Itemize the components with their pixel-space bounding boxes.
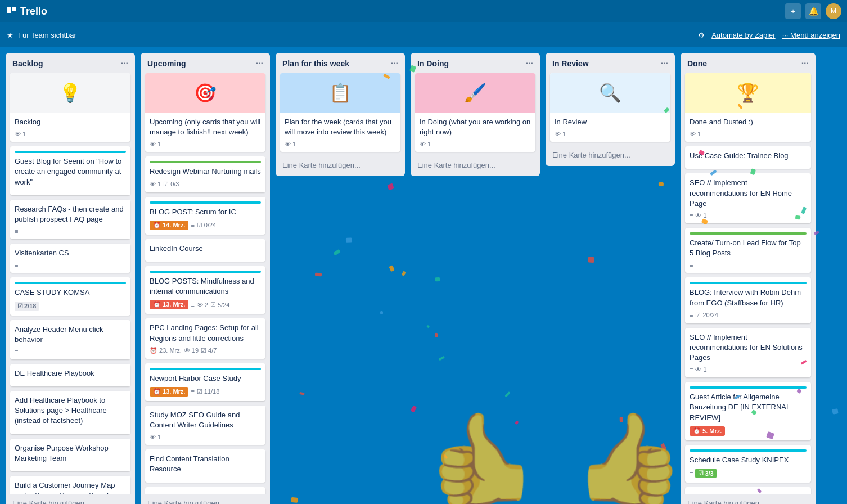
card-upcoming-8[interactable]: Find Content Translation Resource — [145, 449, 265, 482]
checklist-badge: ☑ 11/18 — [197, 388, 220, 395]
card-backlog-1[interactable]: Guest Blog for Seenit on "How to create … — [10, 146, 130, 195]
card-meta: 👁 1 — [15, 130, 126, 137]
card-upcoming-cover[interactable]: 🎯Upcoming (only cards that you will mana… — [145, 73, 265, 152]
desc-badge: ≡ — [15, 262, 18, 268]
card-doing-cover[interactable]: 🖌️In Doing (what you are working on righ… — [415, 73, 535, 152]
card-done-6[interactable]: Guest Article for Allgemeine Bauzeitung … — [685, 382, 811, 440]
column-menu-icon[interactable]: ··· — [121, 58, 128, 69]
card-color-bar — [150, 161, 261, 163]
column-cards-in-doing: 🖌️In Doing (what you are working on righ… — [411, 73, 540, 156]
card-upcoming-7[interactable]: Study MOZ SEO Guide and Content Writer G… — [145, 406, 265, 445]
card-plan-cover[interactable]: 📋Plan for the week (cards that you will … — [280, 73, 400, 152]
card-meta: 👁 1 — [420, 141, 531, 147]
card-done-8[interactable]: Summit CTA Hubspot👁 2 — [685, 487, 811, 494]
watch-badge: 👁 1 — [695, 366, 706, 373]
watch-badge: 👁 1 — [150, 181, 161, 187]
card-title: LinkedIn Course — [150, 244, 261, 254]
add-card-button-upcoming[interactable]: Eine Karte hinzufügen... — [141, 494, 270, 504]
card-title: SEO // Implement recommendations for EN … — [690, 332, 807, 363]
watch-icon: 👁 — [15, 130, 21, 137]
check-icon: ☑ — [17, 303, 23, 310]
desc-icon: ≡ — [191, 222, 194, 228]
menu-link[interactable]: ··· Menü anzeigen — [782, 31, 840, 39]
add-card-button-done[interactable]: Eine Karte hinzufügen... — [681, 494, 816, 504]
checklist-badge: ☑ 0/24 — [197, 222, 216, 229]
card-backlog-4[interactable]: CASE STUDY KOMSA☑ 2/18 — [10, 277, 130, 315]
card-backlog-9[interactable]: Build a Customer Journey Map and a Buyer… — [10, 476, 130, 494]
date-badge-red: ⏰ 13. Mrz. — [150, 300, 188, 309]
notification-bell[interactable]: 🔔 — [805, 3, 821, 19]
card-title: PPC Landing Pages: Setup for all Regions… — [150, 323, 261, 343]
card-done-4[interactable]: BLOG: Interview with Robin Dehm from EGO… — [685, 277, 811, 323]
card-review-cover[interactable]: 🔍In Review👁 1 — [550, 73, 670, 142]
card-upcoming-1[interactable]: Redesign Webinar Nurturing mails👁 1☑ 0/3 — [145, 156, 265, 192]
add-button[interactable]: + — [785, 3, 801, 19]
card-color-bar — [690, 449, 807, 452]
column-cards-in-review: 🔍In Review👁 1 — [546, 73, 675, 146]
card-done-3[interactable]: Create/ Turn-on Lead Flow for Top 5 Blog… — [685, 228, 811, 273]
card-upcoming-6[interactable]: Newport Harbor Case Study⏰ 13. Mrz.≡☑ 11… — [145, 363, 265, 401]
add-card-button-in-doing[interactable]: Eine Karte hinzufügen... — [411, 156, 540, 176]
card-upcoming-9[interactable]: Laura Jameson: Expert Interview — [145, 487, 265, 494]
date-badge-red: ⏰ 5. Mrz. — [690, 426, 725, 436]
card-done-2[interactable]: SEO // Implement recommendations for EN … — [685, 173, 811, 223]
card-title: Guest Article for Allgemeine Bauzeitung … — [690, 392, 807, 423]
card-done-cover[interactable]: 🏆Done and Dusted :)👁 1 — [685, 73, 811, 142]
watch-badge: 👁 1 — [695, 212, 706, 219]
desc-icon: ≡ — [15, 228, 18, 235]
check-done-badge: ☑ 20/24 — [695, 312, 718, 319]
card-backlog-5[interactable]: Analyze Header Menu click behavior≡ — [10, 320, 130, 359]
card-meta: ⏰ 5. Mrz. — [690, 426, 807, 436]
card-done-5[interactable]: SEO // Implement recommendations for EN … — [685, 328, 811, 378]
column-cards-backlog: 💡Backlog👁 1Guest Blog for Seenit on "How… — [6, 73, 135, 494]
card-meta: ☑ 2/18 — [15, 302, 126, 311]
card-backlog-2[interactable]: Research FAQs - then create and publish … — [10, 200, 130, 239]
card-cover-plan-cover: 📋 — [280, 73, 400, 112]
card-backlog-cover[interactable]: 💡Backlog👁 1 — [10, 73, 130, 142]
watch-icon: 👁 — [695, 212, 701, 219]
card-done-7[interactable]: Schedule Case Study KNIPEX≡☑ 3/3 — [685, 445, 811, 483]
desc-icon: ≡ — [15, 348, 18, 355]
card-backlog-3[interactable]: Visitenkarten CS≡ — [10, 244, 130, 273]
column-menu-icon[interactable]: ··· — [801, 58, 809, 69]
card-upcoming-5[interactable]: PPC Landing Pages: Setup for all Regions… — [145, 318, 265, 358]
column-menu-icon[interactable]: ··· — [526, 58, 533, 69]
automate-link[interactable]: Automate by Zapier — [711, 31, 775, 39]
column-title: Plan for this week — [282, 59, 349, 68]
column-menu-icon[interactable]: ··· — [391, 58, 398, 69]
watch-icon: 👁 — [285, 141, 291, 147]
card-upcoming-4[interactable]: BLOG POSTS: Mindfulness and internal com… — [145, 266, 265, 314]
watch-icon: 👁 — [150, 141, 156, 147]
top-bar: Trello + 🔔 M — [0, 0, 847, 22]
desc-icon: ≡ — [690, 470, 693, 477]
card-meta: ≡ — [15, 348, 126, 355]
card-done-1[interactable]: Use Case Guide: Trainee Blog — [685, 146, 811, 169]
add-card-button-plan-this-week[interactable]: Eine Karte hinzufügen... — [276, 156, 405, 176]
card-backlog-6[interactable]: DE Healthcare Playbook — [10, 364, 130, 386]
check-icon: ☑ — [695, 312, 701, 319]
date-badge: ⏰ 23. Mrz. — [150, 347, 182, 354]
avatar[interactable]: M — [826, 3, 841, 19]
column-menu-icon[interactable]: ··· — [256, 58, 263, 69]
card-title: Create/ Turn-on Lead Flow for Top 5 Blog… — [690, 238, 807, 258]
card-title: Schedule Case Study KNIPEX — [690, 455, 807, 465]
card-backlog-7[interactable]: Add Healthcare Playbook to Solutions pag… — [10, 391, 130, 434]
card-upcoming-2[interactable]: BLOG POST: Scrum for IC⏰ 14. Mrz.≡☑ 0/24 — [145, 197, 265, 235]
card-title: Visitenkarten CS — [15, 248, 126, 258]
add-card-button-backlog[interactable]: Eine Karte hinzufügen... — [6, 494, 135, 504]
card-meta: 👁 1 — [150, 141, 261, 147]
checklist-badge: ☑ 0/3 — [163, 181, 179, 188]
card-title: Plan for the week (cards that you will m… — [285, 117, 396, 137]
card-upcoming-3[interactable]: LinkedIn Course — [145, 239, 265, 262]
date-badge-orange: ⏰ 13. Mrz. — [150, 387, 188, 397]
column-menu-icon[interactable]: ··· — [661, 58, 668, 69]
check-badge: ☑ 2/18 — [15, 302, 39, 311]
card-meta: ≡👁 1 — [690, 212, 807, 219]
card-backlog-8[interactable]: Organise Purpose Workshop Marketing Team — [10, 439, 130, 471]
card-color-bar — [150, 368, 261, 370]
desc-badge: ≡ — [15, 228, 18, 235]
card-title: DE Healthcare Playbook — [15, 368, 126, 379]
date-badge-orange: ⏰ 14. Mrz. — [150, 220, 188, 230]
desc-icon: ≡ — [690, 366, 693, 373]
add-card-button-in-review[interactable]: Eine Karte hinzufügen... — [546, 146, 675, 166]
